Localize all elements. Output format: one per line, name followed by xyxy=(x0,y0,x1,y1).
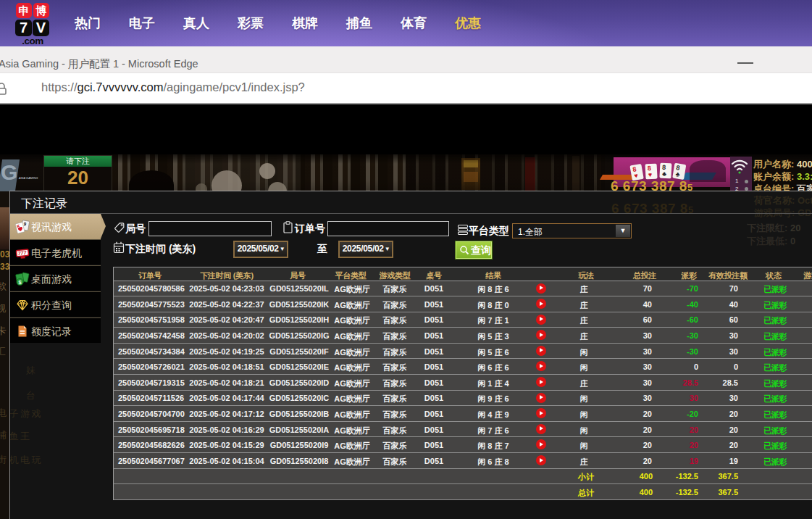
svg-text:♣: ♣ xyxy=(662,170,667,178)
svg-text:♥: ♥ xyxy=(648,171,653,178)
svg-text:777: 777 xyxy=(17,250,27,256)
